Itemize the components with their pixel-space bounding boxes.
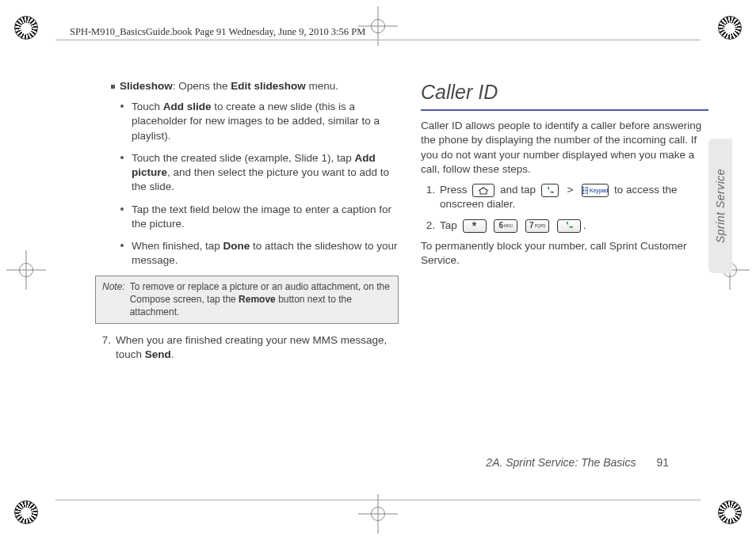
registration-mark-bottom-right xyxy=(718,500,742,524)
section-side-tab: Sprint Service xyxy=(708,139,732,273)
crop-line-bottom xyxy=(55,500,701,500)
footer-page-number: 91 xyxy=(656,456,669,469)
dialpad-7-key-icon: 7PQRS xyxy=(525,219,549,233)
step-number: 1. xyxy=(421,183,435,197)
slideshow-label: Slideshow xyxy=(120,80,173,92)
left-column: Slideshow: Opens the Edit slideshow menu… xyxy=(87,79,399,461)
square-bullet-icon xyxy=(111,85,115,89)
registration-mark-bottom-left xyxy=(14,500,38,524)
step-body: When you are finished creating your new … xyxy=(116,333,399,362)
section-title-caller-id: Caller ID xyxy=(421,79,708,106)
crop-line-top xyxy=(55,40,701,40)
step-body: Tap * 6MNO 7PQRS . xyxy=(440,219,586,233)
dialpad-call-key-icon xyxy=(557,219,581,233)
caller-id-intro: Caller ID allows people to identify a ca… xyxy=(421,119,708,177)
step-1: 1. Press and tap > Keypad to access the … xyxy=(421,183,708,211)
page-content: Slideshow: Opens the Edit slideshow menu… xyxy=(87,79,708,461)
list-item: Touch Add slide to create a new slide (t… xyxy=(132,100,399,143)
keypad-tab-icon: Keypad xyxy=(582,184,609,197)
registration-mark-top-left xyxy=(14,16,38,40)
step-number: 7. xyxy=(97,333,111,362)
slideshow-sublist: Touch Add slide to create a new slide (t… xyxy=(111,100,399,268)
registration-mark-top-right xyxy=(718,16,742,40)
section-side-tab-label: Sprint Service xyxy=(714,169,727,243)
slideshow-line: Slideshow: Opens the Edit slideshow menu… xyxy=(111,79,399,93)
step-2: 2. Tap * 6MNO 7PQRS . xyxy=(421,219,708,233)
document-header-meta: SPH-M910_BasicsGuide.book Page 91 Wednes… xyxy=(70,26,365,38)
list-item: Touch the created slide (example, Slide … xyxy=(132,151,399,195)
chevron-right-icon: > xyxy=(567,184,574,196)
list-item: Tap the text field below the image to en… xyxy=(132,203,399,231)
phone-app-icon xyxy=(541,184,559,197)
note-label: Note: xyxy=(102,281,125,318)
crop-crosshair-left xyxy=(6,250,46,290)
note-box: Note: To remove or replace a picture or … xyxy=(95,276,399,324)
section-rule xyxy=(421,109,708,112)
list-item: When finished, tap Done to attach the sl… xyxy=(132,239,399,268)
caller-id-outro: To permanently block your number, call S… xyxy=(421,239,708,268)
right-column: Caller ID Caller ID allows people to ide… xyxy=(421,79,708,461)
step-7: 7. When you are finished creating your n… xyxy=(97,333,399,362)
step-body: Press and tap > Keypad to access the ons… xyxy=(440,183,708,211)
dialpad-6-key-icon: 6MNO xyxy=(494,219,517,233)
note-body: To remove or replace a picture or an aud… xyxy=(130,281,391,318)
step-number: 2. xyxy=(421,219,435,233)
page-footer: 2A. Sprint Service: The Basics 91 xyxy=(486,456,669,469)
dialpad-star-key-icon: * xyxy=(463,219,487,233)
home-key-icon xyxy=(472,184,494,197)
footer-chapter: 2A. Sprint Service: The Basics xyxy=(486,456,636,469)
